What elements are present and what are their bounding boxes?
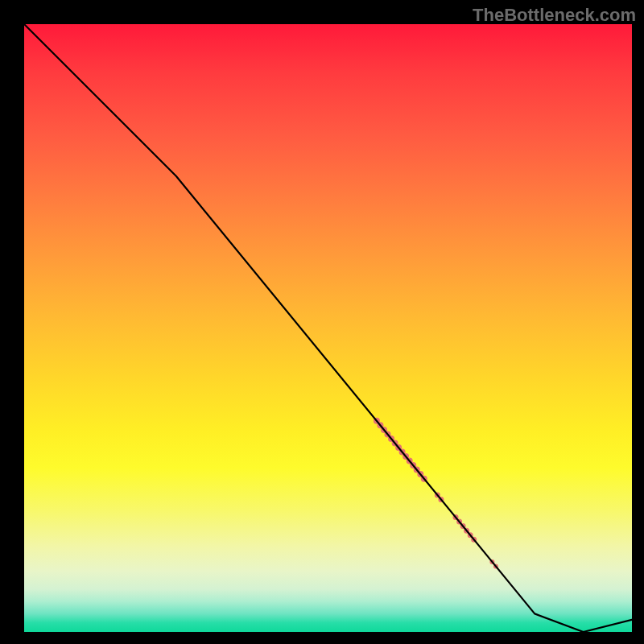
chart-overlay-svg <box>24 24 632 632</box>
attribution-text: TheBottleneck.com <box>473 5 636 26</box>
chart-plot-area <box>24 24 632 632</box>
bottleneck-curve-line <box>24 24 632 632</box>
